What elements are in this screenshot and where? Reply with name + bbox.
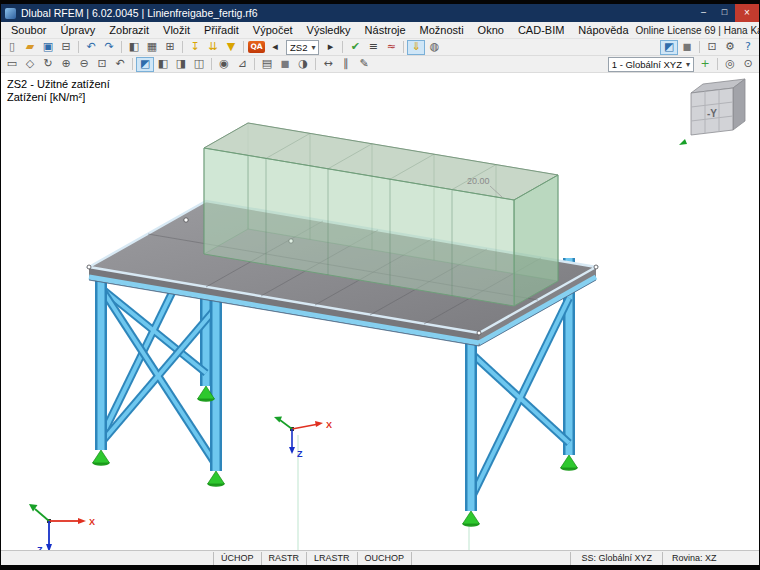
new-coordinate-system-icon[interactable]: + (696, 57, 714, 72)
chevron-down-icon: ▾ (311, 43, 315, 52)
gcs-z-label: Z (37, 545, 43, 550)
menu-výpočet[interactable]: Výpočet (246, 24, 300, 36)
shadow-icon[interactable]: ◑ (294, 57, 312, 72)
open-file-icon[interactable]: ▰ (21, 40, 39, 55)
menu-úpravy[interactable]: Úpravy (53, 24, 102, 36)
display-properties-icon[interactable]: ▤ (258, 57, 276, 72)
rotate-view-icon[interactable]: ↻ (39, 57, 57, 72)
menu-přiřadit[interactable]: Přiřadit (197, 24, 246, 36)
menu-vložit[interactable]: Vložit (156, 24, 197, 36)
toolbar-main-left: ▯▰▣⊟↶↷◧▦⊞↧⇊▼QA◂ZS2▾▸✔≡≈⇓◍ (3, 40, 443, 55)
redo-icon[interactable]: ↷ (100, 40, 118, 55)
prev-load-case-icon[interactable]: ◂ (266, 40, 284, 55)
coordinate-system-status[interactable]: SS: Globální XYZ (570, 552, 662, 565)
visibility-icon[interactable]: ◉ (215, 57, 233, 72)
menu-soubor[interactable]: Soubor (4, 24, 53, 36)
minimize-button[interactable]: – (693, 4, 714, 22)
view-in-y-icon[interactable]: ◨ (172, 57, 190, 72)
menu-nástroje[interactable]: Nástroje (358, 24, 413, 36)
new-area-load-icon[interactable]: ▼ (222, 40, 240, 55)
coordinate-system-combo[interactable]: 1 - Globální XYZ▾ (608, 57, 694, 72)
license-info: Online License 69 | Hana Karousová | Dlu… (636, 25, 760, 36)
help-icon[interactable]: ? (739, 40, 757, 55)
new-model-icon[interactable]: ▯ (3, 40, 21, 55)
chevron-down-icon: ▾ (686, 60, 690, 69)
zoom-in-icon[interactable]: ⊕ (57, 57, 75, 72)
zoom-out-icon[interactable]: ⊖ (75, 57, 93, 72)
navcube-axis-indicator (679, 139, 687, 145)
support-cones[interactable] (93, 386, 578, 527)
navigator-panel-icon[interactable]: ◧ (125, 40, 143, 55)
toolbar-separator (121, 41, 122, 53)
window-controls: – □ × (693, 4, 759, 22)
save-icon[interactable]: ▣ (39, 40, 57, 55)
viewport-caption: ZS2 - Užitné zatížení Zatížení [kN/m²] (7, 78, 110, 104)
load-case-combo[interactable]: ZS2▾ (286, 40, 319, 55)
settings-icon[interactable]: ⚙ (721, 40, 739, 55)
origin-triad: X Z (274, 417, 332, 460)
comment-icon[interactable]: ✎ (355, 57, 373, 72)
app-icon (5, 8, 16, 19)
screen: Dlubal RFEM | 6.02.0045 | Linienfreigabe… (0, 0, 760, 570)
menu-bar: SouborÚpravyZobrazitVložitPřiřaditVýpoče… (1, 22, 759, 39)
new-line-load-icon[interactable]: ⇊ (204, 40, 222, 55)
toolbar-main: ▯▰▣⊟↶↷◧▦⊞↧⇊▼QA◂ZS2▾▸✔≡≈⇓◍ ◩◼⊡⚙? (1, 39, 759, 56)
view-in-x-icon[interactable]: ◧ (154, 57, 172, 72)
show-loads-icon[interactable]: ⇓ (407, 40, 425, 55)
navigation-cube[interactable]: -Y (679, 79, 745, 145)
model-canvas[interactable]: 20.00 X Z (1, 73, 759, 550)
load-case-title: ZS2 - Užitné zatížení (7, 78, 110, 91)
previous-view-icon[interactable]: ↶ (111, 57, 129, 72)
origin-z-label: Z (297, 449, 303, 459)
gcs-triad: X Z (29, 504, 95, 550)
snap-toggle-rastr[interactable]: RASTR (261, 552, 307, 565)
menu-možnosti[interactable]: Možnosti (413, 24, 471, 36)
model-viewport[interactable]: 20.00 X Z (1, 73, 759, 550)
snap-toggle-ouchop[interactable]: OUCHOP (357, 552, 413, 565)
guideline-icon[interactable]: ∥ (337, 57, 355, 72)
work-plane-icon[interactable]: ⊙ (739, 57, 757, 72)
support-cone (463, 511, 480, 527)
print-icon[interactable]: ⊟ (57, 40, 75, 55)
solid-view-icon[interactable]: ◼ (678, 40, 696, 55)
zoom-window-icon[interactable]: ⊡ (93, 57, 111, 72)
dimension-icon[interactable]: ↔ (319, 57, 337, 72)
status-bar: ÚCHOPRASTRLRASTROUCHOP SS: Globální XYZ … (1, 550, 759, 565)
move-view-icon[interactable]: ◇ (21, 57, 39, 72)
tables-icon[interactable]: ▦ (143, 40, 161, 55)
snap-toggle-lrastr[interactable]: LRASTR (306, 552, 357, 565)
menu-zobrazit[interactable]: Zobrazit (102, 24, 156, 36)
check-model-icon[interactable]: ✔ (346, 40, 364, 55)
undo-icon[interactable]: ↶ (82, 40, 100, 55)
close-button[interactable]: × (735, 4, 759, 22)
load-case-badge[interactable]: QA (248, 41, 265, 53)
snap-settings-icon[interactable]: ◎ (721, 57, 739, 72)
grid-icon[interactable]: ⊞ (161, 40, 179, 55)
rendered-view-icon[interactable]: ◩ (660, 40, 678, 55)
next-load-case-icon[interactable]: ▸ (321, 40, 339, 55)
snap-toggle-úchop[interactable]: ÚCHOP (213, 552, 261, 565)
load-value-label: 20.00 (467, 176, 490, 186)
render-mode-icon[interactable]: ◼ (276, 57, 294, 72)
view-in-z-icon[interactable]: ◫ (190, 57, 208, 72)
menu-cad-bim[interactable]: CAD-BIM (511, 24, 571, 36)
menu-výsledky[interactable]: Výsledky (300, 24, 358, 36)
select-icon[interactable]: ▭ (3, 57, 21, 72)
show-load-values-icon[interactable]: ◍ (425, 40, 443, 55)
window-title: Dlubal RFEM | 6.02.0045 | Linienfreigabe… (21, 7, 258, 19)
support-cone (561, 455, 578, 471)
support-cone (208, 471, 225, 487)
work-plane-status[interactable]: Rovina: XZ (662, 552, 759, 565)
calculate-icon[interactable]: ≡ (364, 40, 382, 55)
graphic-printout-icon[interactable]: ⊡ (703, 40, 721, 55)
toolbar-separator (315, 58, 316, 70)
isometric-view-icon[interactable]: ◩ (136, 57, 154, 72)
menu-nápověda[interactable]: Nápověda (571, 24, 635, 36)
toolbar-separator (182, 41, 183, 53)
construction-guides (298, 435, 469, 550)
results-icon[interactable]: ≈ (382, 40, 400, 55)
menu-okno[interactable]: Okno (471, 24, 511, 36)
new-nodal-load-icon[interactable]: ↧ (186, 40, 204, 55)
clipping-plane-icon[interactable]: ⊿ (233, 57, 251, 72)
maximize-button[interactable]: □ (714, 4, 735, 22)
